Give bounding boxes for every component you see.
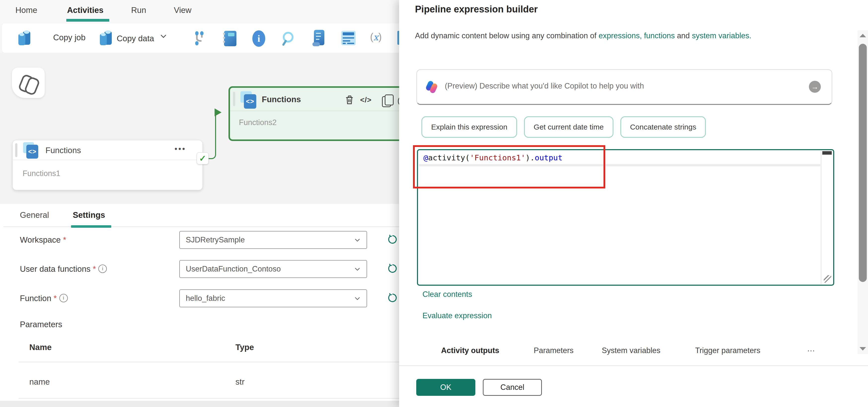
- search-icon[interactable]: [281, 30, 297, 47]
- app-root: Home Activities Run View Copy job Copy d…: [0, 0, 868, 407]
- chevron-down-icon: [354, 295, 361, 302]
- expressions-link[interactable]: expressions,: [598, 31, 642, 40]
- copilot-prompt-box[interactable]: (Preview) Describe what you'd like Copil…: [416, 69, 832, 105]
- user-data-functions-dropdown[interactable]: UserDataFunction_Contoso: [179, 260, 367, 278]
- expression-builder-panel: Pipeline expression builder Add dynamic …: [399, 0, 868, 407]
- info-icon[interactable]: i: [252, 30, 265, 47]
- menu-item-view[interactable]: View: [174, 5, 191, 15]
- connector-line: [208, 112, 216, 159]
- code-icon[interactable]: </>: [360, 96, 372, 104]
- drag-handle[interactable]: [233, 92, 235, 106]
- tab-settings[interactable]: Settings: [73, 210, 105, 220]
- arrow-right-icon: →: [811, 83, 818, 91]
- suggestion-get-current-date-time[interactable]: Get current date time: [524, 116, 614, 138]
- copilot-placeholder: (Preview) Describe what you'd like Copil…: [445, 82, 644, 90]
- chevron-down-icon: [159, 32, 168, 40]
- editor-scrollbar-thumb[interactable]: [822, 151, 832, 155]
- cancel-button[interactable]: Cancel: [483, 379, 542, 396]
- more-tabs-icon[interactable]: ···: [807, 346, 815, 355]
- panel-description: Add dynamic content below using any comb…: [415, 31, 751, 40]
- tab-system-variables[interactable]: System variables: [602, 346, 660, 355]
- activity-name: Functions1: [23, 169, 60, 178]
- annotation-highlight-box: [413, 145, 605, 188]
- canvas-copilot-button[interactable]: [12, 68, 45, 98]
- script-icon[interactable]: [312, 30, 326, 47]
- suggestion-concatenate-strings[interactable]: Concatenate strings: [620, 116, 706, 138]
- success-output-port[interactable]: ✓: [197, 152, 209, 164]
- copy-data-icon: [99, 30, 113, 46]
- chevron-down-icon: [354, 236, 361, 244]
- tab-activity-outputs[interactable]: Activity outputs: [441, 346, 499, 355]
- menu-item-run[interactable]: Run: [131, 5, 146, 15]
- function-fx-icon[interactable]: (x): [370, 31, 382, 42]
- refresh-icon[interactable]: [386, 233, 398, 245]
- info-icon: i: [59, 294, 68, 302]
- function-label: Function *i: [20, 294, 68, 303]
- workspace-dropdown[interactable]: SJDRetrySample: [179, 231, 367, 249]
- refresh-icon[interactable]: [386, 292, 398, 304]
- menu-item-activities[interactable]: Activities: [67, 5, 103, 15]
- clear-contents-link[interactable]: Clear contents: [423, 290, 472, 299]
- notebook-icon[interactable]: [222, 31, 237, 46]
- workspace-label: Workspace *: [20, 235, 66, 245]
- parameters-heading: Parameters: [20, 320, 62, 329]
- more-options-icon[interactable]: •••: [175, 145, 186, 153]
- copy-data-label: Copy data: [117, 34, 154, 43]
- drag-handle[interactable]: [15, 143, 18, 157]
- copilot-icon: [427, 81, 438, 93]
- submit-arrow-button[interactable]: →: [809, 81, 821, 93]
- activity-title: Functions: [262, 95, 301, 104]
- copy-job-icon: [18, 30, 32, 46]
- active-tab-underline: [66, 19, 109, 22]
- copy-job-label: Copy job: [53, 33, 86, 42]
- column-header-type: Type: [236, 343, 254, 352]
- tab-parameters[interactable]: Parameters: [534, 346, 574, 355]
- panel-scrollbar-thumb[interactable]: [859, 44, 867, 282]
- menu-item-home[interactable]: Home: [16, 5, 37, 15]
- function-dropdown[interactable]: hello_fabric: [179, 289, 367, 307]
- refresh-icon[interactable]: [386, 263, 398, 274]
- scroll-down-icon[interactable]: [860, 347, 866, 351]
- activity-card-functions1[interactable]: <> Functions ••• Functions1: [12, 140, 203, 190]
- check-icon: ✓: [199, 153, 206, 163]
- param-row-type: str: [236, 377, 245, 387]
- copy-data-button[interactable]: Copy data: [99, 30, 168, 40]
- ok-button[interactable]: OK: [416, 379, 475, 396]
- copy-icon[interactable]: [382, 96, 391, 107]
- panel-title: Pipeline expression builder: [415, 4, 538, 15]
- list-form-icon[interactable]: [341, 31, 356, 46]
- tab-general[interactable]: General: [20, 210, 49, 220]
- scroll-up-icon[interactable]: [860, 34, 866, 37]
- system-variables-link[interactable]: system variables.: [692, 31, 751, 40]
- branch-icon[interactable]: [192, 30, 208, 46]
- resize-handle[interactable]: [824, 275, 831, 283]
- active-tab-underline: [71, 225, 111, 228]
- evaluate-expression-link[interactable]: Evaluate expression: [423, 311, 492, 320]
- copilot-suggestions: Explain this expression Get current date…: [422, 116, 706, 138]
- delete-icon[interactable]: [344, 94, 355, 106]
- column-header-name: Name: [29, 343, 52, 352]
- suggestion-explain-expression[interactable]: Explain this expression: [422, 116, 517, 138]
- param-row-name: name: [29, 377, 50, 387]
- tab-trigger-parameters[interactable]: Trigger parameters: [695, 346, 760, 355]
- info-icon: i: [98, 265, 107, 273]
- activity-title: Functions: [45, 146, 81, 155]
- user-data-functions-label: User data functions *i: [20, 264, 107, 274]
- copy-job-button[interactable]: Copy job: [18, 30, 67, 39]
- chevron-down-icon: [354, 265, 361, 273]
- ribbon-toolbar: Copy job Copy data i: [2, 23, 420, 53]
- functions-link[interactable]: functions: [644, 31, 675, 40]
- activity-name: Functions2: [239, 118, 277, 127]
- connector-arrowhead: [215, 108, 221, 116]
